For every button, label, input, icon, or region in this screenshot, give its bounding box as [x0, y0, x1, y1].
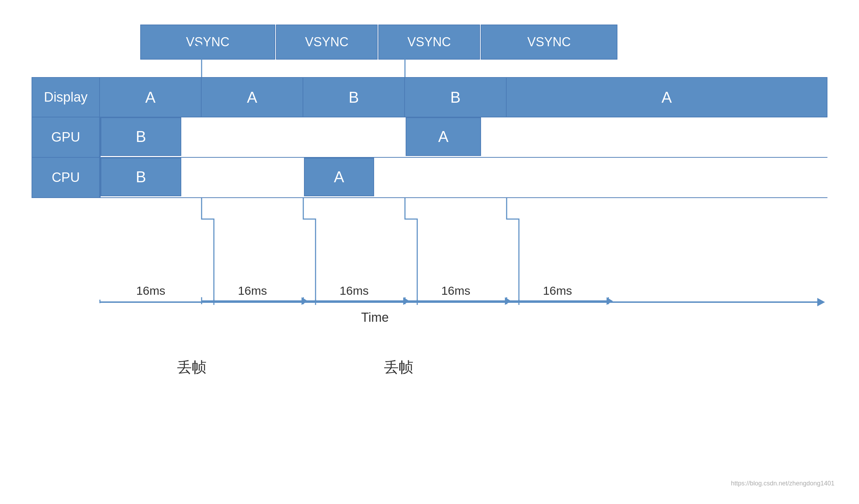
time-seg-2: 16ms: [202, 284, 303, 298]
gpu-content: B A: [100, 117, 827, 158]
time-axis-arrow: [817, 298, 825, 306]
time-seg-3: 16ms: [303, 284, 405, 298]
time-seg-5: 16ms: [507, 284, 608, 298]
diagram-container: VSYNC VSYNC VSYNC VSYNC Display A: [21, 14, 838, 491]
seg-arrow-4: [507, 300, 607, 302]
display-content: A A B B A: [100, 77, 827, 117]
time-seg-1: 16ms: [100, 284, 202, 298]
cpu-block-a: A: [304, 158, 374, 196]
time-seg-4: 16ms: [405, 284, 507, 298]
display-row: Display A A B B: [32, 77, 827, 117]
vsync-row: VSYNC VSYNC VSYNC VSYNC: [140, 25, 617, 60]
gpu-block-a: A: [406, 117, 481, 156]
timeline-area: Time 16ms 16ms 16ms 16ms 16ms: [32, 263, 827, 403]
display-seg-a2: A: [202, 78, 303, 117]
seg-arrow-1: [202, 300, 302, 302]
drop-frame-1: 丢帧: [177, 357, 207, 377]
display-seg-a3: A: [507, 78, 827, 117]
cpu-label: CPU: [32, 158, 100, 198]
vsync-block-3: VSYNC: [378, 25, 480, 60]
display-seg-b1: B: [303, 78, 405, 117]
seg-arrow-3: [405, 300, 506, 302]
drop-frame-2: 丢帧: [384, 357, 413, 377]
display-seg-a1: A: [100, 78, 202, 117]
watermark: https://blog.csdn.net/zhengdong1401: [731, 480, 834, 487]
gpu-block-b: B: [101, 117, 181, 156]
seg-arrow-2: [303, 300, 404, 302]
cpu-content: B A: [100, 158, 827, 198]
vsync-block-2: VSYNC: [276, 25, 378, 60]
gpu-row: GPU B A: [32, 117, 827, 158]
display-label: Display: [32, 77, 100, 117]
vsync-block-4: VSYNC: [481, 25, 617, 60]
display-seg-b2: B: [405, 78, 507, 117]
vsync-block-1: VSYNC: [140, 25, 275, 60]
time-label: Time: [361, 310, 389, 325]
cpu-row: CPU B A: [32, 158, 827, 198]
cpu-block-b: B: [101, 158, 181, 196]
gpu-label: GPU: [32, 117, 100, 158]
